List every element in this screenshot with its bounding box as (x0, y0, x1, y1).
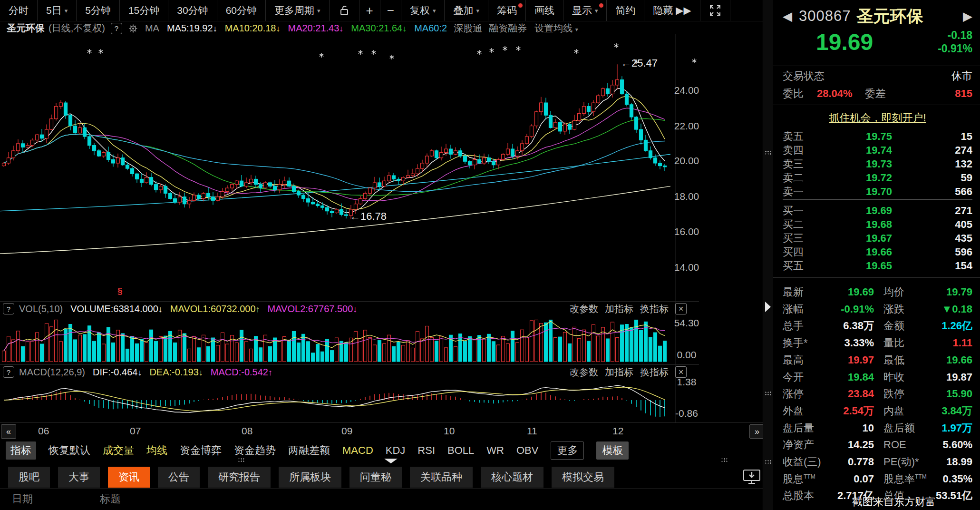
drag-handle[interactable] (765, 460, 771, 464)
chart-stock-name: 圣元环保 (7, 22, 45, 35)
drag-handle[interactable] (765, 391, 771, 396)
indicator-tab-KDJ[interactable]: KDJ (386, 444, 406, 457)
svg-text:54.30: 54.30 (674, 317, 699, 328)
expand-icon[interactable] (700, 0, 730, 21)
indicator-tab-资金博弈[interactable]: 资金博弈 (180, 443, 222, 458)
top-toolbar: 分时5日▾5分钟15分钟30分钟60分钟更多周期▾+−复权▾叠加▾筹码画线显示▾… (0, 0, 763, 21)
action-换指标[interactable]: 换指标 (640, 303, 669, 315)
indicator-tab-MACD[interactable]: MACD (342, 444, 373, 457)
action-加指标[interactable]: 加指标 (605, 303, 633, 315)
open-account-ad-link[interactable]: 抓住机会，即刻开户! (829, 111, 926, 125)
toolbar-item-15分钟[interactable]: 15分钟 (120, 0, 168, 21)
toolbar-item-简约[interactable]: 简约 (607, 0, 644, 21)
watermark: 截图来自东方财富 (852, 495, 936, 509)
help-icon[interactable]: ? (3, 303, 14, 314)
indicator-value: VOLUME:63814.000↓ (70, 304, 163, 314)
toolbar-item-画线[interactable]: 画线 (526, 0, 563, 21)
indicator-tab-均线[interactable]: 均线 (146, 443, 167, 458)
indicator-tab-资金趋势[interactable]: 资金趋势 (234, 443, 276, 458)
action-改参数[interactable]: 改参数 (570, 366, 598, 379)
volume-indicator-name: VOL(5,10) (19, 304, 63, 314)
toolbar-item-分时[interactable]: 分时 (0, 0, 38, 21)
drag-handle[interactable] (721, 458, 728, 462)
order-book-row: 卖三19.73132 (783, 157, 972, 170)
toolbar-item-60分钟[interactable]: 60分钟 (217, 0, 266, 21)
stat-row: 盘后量10盘后额1.97万 (783, 421, 972, 435)
toolbar-item-隐藏 ▶▶[interactable]: 隐藏 ▶▶ (644, 0, 700, 21)
lock-icon[interactable] (330, 0, 359, 21)
ma-settings-link[interactable]: 设置均线 ▾ (534, 22, 578, 35)
indicator-tab-BOLL[interactable]: BOLL (447, 444, 474, 457)
indicator-tab-WR[interactable]: WR (486, 444, 504, 457)
indicator-tab-RSI[interactable]: RSI (417, 444, 435, 457)
toolbar-item-−[interactable]: − (380, 0, 401, 21)
next-stock-icon[interactable]: ▶ (963, 9, 972, 24)
stat-row: 最高19.97最低19.66 (783, 353, 972, 367)
panel-divider[interactable] (763, 0, 774, 510)
action-换指标[interactable]: 换指标 (640, 366, 669, 379)
stat-row: 涨停23.84跌停15.90 (783, 387, 972, 401)
nav-tab-股吧[interactable]: 股吧 (8, 467, 50, 488)
toolbar-item-+[interactable]: + (359, 0, 380, 21)
drag-handle[interactable] (238, 458, 244, 462)
toolbar-item-复权[interactable]: 复权▾ (401, 0, 445, 21)
prev-stock-icon[interactable]: ◀ (783, 9, 792, 24)
price-block: 19.69 -0.18 -0.91% (783, 28, 972, 56)
nav-tab-公告[interactable]: 公告 (158, 467, 200, 488)
event-marker-icon (490, 48, 494, 53)
indicator-tab-更多[interactable]: 更多 (551, 441, 584, 460)
event-marker-icon (99, 49, 103, 54)
collapse-panel-icon[interactable] (765, 302, 771, 312)
nav-tab-大事[interactable]: 大事 (58, 467, 100, 488)
screenshot-save-icon[interactable] (742, 468, 762, 486)
nav-tab-研究报告[interactable]: 研究报告 (208, 467, 271, 488)
stat-row: 外盘2.54万内盘3.84万 (783, 404, 972, 418)
drag-handle[interactable] (765, 150, 771, 155)
scroll-left-button[interactable]: « (1, 424, 16, 439)
event-marker-icon (390, 55, 394, 59)
indicator-tab-两融差额[interactable]: 两融差额 (288, 443, 330, 458)
action-改参数[interactable]: 改参数 (570, 303, 598, 315)
indicator-tab-指标[interactable]: 指标 (6, 441, 36, 460)
candlestick-chart[interactable]: 24.0022.0020.0018.0016.0014.00←25.47←16.… (0, 34, 699, 301)
last-price: 19.69 (816, 29, 873, 55)
indicator-tab-模板[interactable]: 模板 (596, 441, 629, 460)
nav-tab-问董秘[interactable]: 问董秘 (349, 467, 402, 488)
nav-tab-模拟交易[interactable]: 模拟交易 (552, 467, 614, 488)
nav-tab-关联品种[interactable]: 关联品种 (410, 467, 473, 488)
help-icon[interactable]: ? (3, 366, 14, 378)
action-加指标[interactable]: 加指标 (605, 366, 633, 379)
event-marker-icon (614, 43, 619, 48)
indicator-tab-恢复默认[interactable]: 恢复默认 (49, 443, 90, 458)
toolbar-item-筹码[interactable]: 筹码 (488, 0, 526, 21)
svg-text:←25.47: ←25.47 (621, 57, 658, 69)
weicha-value: 815 (955, 88, 972, 100)
toolbar-item-5日[interactable]: 5日▾ (38, 0, 77, 21)
toolbar-item-更多周期[interactable]: 更多周期▾ (266, 0, 330, 21)
indicator-tab-OBV[interactable]: OBV (516, 444, 538, 457)
svg-text:22.00: 22.00 (674, 120, 699, 131)
indicator-value: MA5:19.92↓ (167, 23, 217, 33)
indicator-value: MACD:-0.542↑ (211, 367, 272, 377)
close-pane-icon[interactable]: ✕ (675, 366, 687, 378)
title-column-label: 标题 (100, 492, 121, 506)
close-pane-icon[interactable]: ✕ (675, 303, 687, 314)
toolbar-item-30分钟[interactable]: 30分钟 (168, 0, 217, 21)
event-marker-icon (574, 49, 579, 54)
link-深股通[interactable]: 深股通 (454, 23, 482, 33)
gear-icon[interactable] (128, 23, 138, 34)
indicator-value: MA20:21.43↓ (288, 23, 343, 33)
nav-tab-核心题材[interactable]: 核心题材 (481, 467, 543, 488)
nav-tab-资讯[interactable]: 资讯 (108, 467, 150, 488)
svg-text:§: § (117, 286, 123, 296)
event-marker-icon (372, 50, 376, 55)
toolbar-item-叠加[interactable]: 叠加▾ (445, 0, 488, 21)
link-融资融券[interactable]: 融资融券 (489, 23, 527, 33)
help-icon[interactable]: ? (111, 23, 122, 34)
indicator-tab-成交量[interactable]: 成交量 (103, 443, 134, 458)
toolbar-item-显示[interactable]: 显示▾ (563, 0, 607, 21)
toolbar-item-5分钟[interactable]: 5分钟 (77, 0, 120, 21)
collapse-arrow-icon[interactable] (384, 459, 398, 463)
price-change: -0.18 -0.91% (938, 29, 972, 55)
nav-tab-所属板块[interactable]: 所属板块 (279, 467, 341, 488)
